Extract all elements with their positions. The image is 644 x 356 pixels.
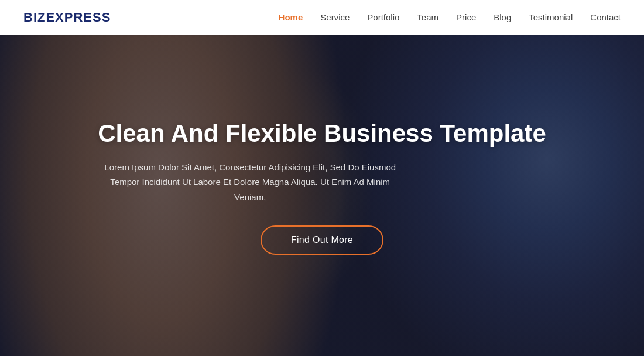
nav-links: Home Service Portfolio Team Price Blog T… bbox=[279, 12, 621, 23]
nav-item-service[interactable]: Service bbox=[320, 12, 350, 23]
nav-item-home[interactable]: Home bbox=[279, 12, 303, 23]
nav-link-team[interactable]: Team bbox=[417, 12, 439, 22]
nav-item-portfolio[interactable]: Portfolio bbox=[367, 12, 399, 23]
hero-title: Clean And Flexible Business Template bbox=[98, 119, 546, 148]
nav-item-price[interactable]: Price bbox=[456, 12, 476, 23]
nav-link-home[interactable]: Home bbox=[279, 12, 303, 22]
nav-link-price[interactable]: Price bbox=[456, 12, 476, 22]
nav-link-testimonial[interactable]: Testimonial bbox=[529, 12, 573, 22]
nav-link-portfolio[interactable]: Portfolio bbox=[367, 12, 399, 22]
nav-link-service[interactable]: Service bbox=[320, 12, 350, 22]
brand-logo: BIZEXPRESS bbox=[23, 10, 111, 25]
nav-item-team[interactable]: Team bbox=[417, 12, 439, 23]
navbar: BIZEXPRESS Home Service Portfolio Team P… bbox=[0, 0, 644, 35]
hero-cta-button[interactable]: Find Out More bbox=[261, 225, 383, 255]
nav-item-blog[interactable]: Blog bbox=[494, 12, 511, 23]
hero-section: Clean And Flexible Business Template Lor… bbox=[0, 0, 644, 356]
nav-item-contact[interactable]: Contact bbox=[590, 12, 621, 23]
nav-link-blog[interactable]: Blog bbox=[494, 12, 511, 22]
nav-item-testimonial[interactable]: Testimonial bbox=[529, 12, 573, 23]
nav-link-contact[interactable]: Contact bbox=[590, 12, 621, 22]
hero-subtitle: Lorem Ipsum Dolor Sit Amet, Consectetur … bbox=[98, 160, 402, 205]
hero-content: Clean And Flexible Business Template Lor… bbox=[98, 101, 546, 255]
